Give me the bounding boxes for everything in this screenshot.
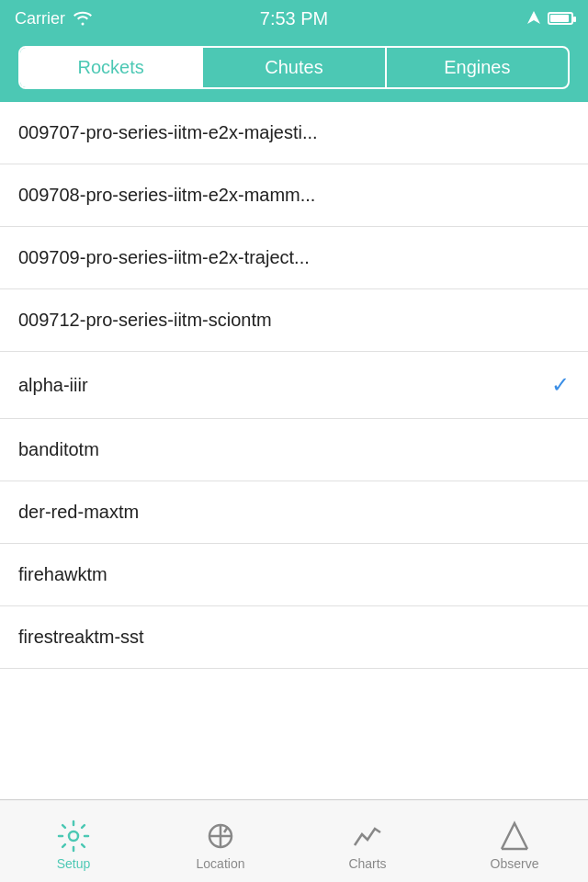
segment-bar: Rockets Chutes Engines [0,37,588,102]
wifi-icon [73,11,93,26]
tab-bar: Setup Location Charts Observe [0,799,588,882]
chart-icon [351,820,384,853]
tab-setup[interactable]: Setup [0,800,147,882]
observe-icon [498,820,531,853]
list-item[interactable]: firehawktm [0,544,588,606]
status-right [527,11,573,26]
tab-observe-label: Observe [491,856,539,871]
list-item-label: 009712-pro-series-iitm-sciontm [18,310,272,331]
list-item-label: firehawktm [18,564,107,585]
segment-engines[interactable]: Engines [387,48,568,87]
rocket-list: 009707-pro-series-iitm-e2x-majesti...009… [0,102,588,793]
list-item-label: firestreaktm-sst [18,627,144,648]
tab-setup-label: Setup [57,856,91,871]
list-item[interactable]: firestreaktm-sst [0,606,588,669]
tab-observe[interactable]: Observe [441,800,588,882]
list-item[interactable]: 009709-pro-series-iitm-e2x-traject... [0,227,588,289]
list-item[interactable]: 009708-pro-series-iitm-e2x-mamm... [0,164,588,227]
location-arrow-icon [527,11,540,26]
svg-line-5 [224,827,228,832]
tab-location-label: Location [197,856,245,871]
list-item-label: 009709-pro-series-iitm-e2x-traject... [18,247,310,268]
checkmark-icon: ✓ [551,372,570,398]
list-item-label: alpha-iiir [18,375,88,396]
tab-charts-label: Charts [348,856,386,871]
list-item[interactable]: der-red-maxtm [0,481,588,544]
segment-control: Rockets Chutes Engines [18,46,570,89]
list-item-label: 009708-pro-series-iitm-e2x-mamm... [18,185,315,206]
battery-icon [548,12,573,25]
svg-point-1 [69,831,78,841]
gear-icon [57,820,90,853]
carrier-label: Carrier [15,9,65,28]
tab-location[interactable]: Location [147,800,294,882]
list-item[interactable]: alpha-iiir✓ [0,352,588,419]
list-item[interactable]: 009707-pro-series-iitm-e2x-majesti... [0,102,588,164]
tab-charts[interactable]: Charts [294,800,441,882]
time-display: 7:53 PM [260,8,328,29]
segment-chutes[interactable]: Chutes [203,48,386,87]
status-left: Carrier [15,9,93,28]
list-item[interactable]: 009712-pro-series-iitm-sciontm [0,289,588,352]
list-item-label: der-red-maxtm [18,502,139,523]
list-item-label: banditotm [18,439,99,460]
list-item[interactable]: banditotm [0,419,588,481]
target-icon [204,820,237,853]
list-item-label: 009707-pro-series-iitm-e2x-majesti... [18,122,318,143]
status-bar: Carrier 7:53 PM [0,0,588,37]
svg-marker-0 [527,11,540,24]
segment-rockets[interactable]: Rockets [20,48,203,87]
